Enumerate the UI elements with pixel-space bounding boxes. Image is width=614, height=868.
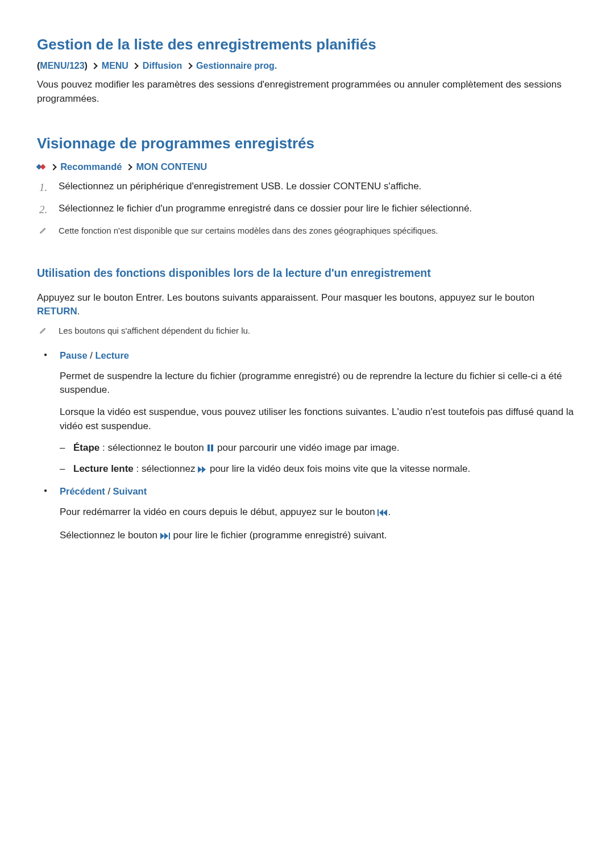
hdr-lecture: Lecture [95, 350, 129, 360]
breadcrumb-1: (MENU/123) MENU Diffusion Gestionnaire p… [37, 59, 577, 72]
txt-a: Pour redémarrer la vidéo en cours depuis… [60, 506, 377, 517]
txt-b: pour lire le fichier (programme enregist… [171, 530, 387, 541]
step-number: 1. [37, 180, 59, 196]
crumb-diffusion: Diffusion [143, 61, 182, 70]
svg-rect-4 [377, 509, 379, 516]
txt-a: Sélectionnez le bouton [60, 530, 160, 541]
chevron-right-icon [92, 63, 98, 69]
note-text: Les boutons qui s'affichent dépendent du… [59, 325, 577, 339]
note-row-2: Les boutons qui s'affichent dépendent du… [37, 325, 577, 339]
bullet-header: Pause / Lecture [60, 349, 577, 363]
crumb-gestionnaire: Gestionnaire prog. [196, 61, 277, 70]
skip-forward-icon [160, 530, 171, 544]
dash-label: Lecture lente [73, 463, 134, 474]
step-2: 2. Sélectionnez le fichier d'un programm… [37, 202, 577, 218]
section-3-intro: Appuyez sur le bouton Entrer. Les bouton… [37, 291, 577, 319]
bullet-text: Sélectionnez le bouton pour lire le fich… [60, 529, 577, 544]
hdr-suivant: Suivant [113, 486, 147, 496]
svg-marker-3 [202, 466, 206, 473]
svg-marker-2 [198, 466, 202, 473]
pencil-icon [37, 225, 59, 239]
section-2-title: Visionnage de programmes enregistrés [37, 133, 577, 155]
chevron-right-icon [132, 63, 139, 69]
skip-back-icon [377, 506, 388, 521]
txt-b: . [388, 506, 391, 517]
breadcrumb-2: Recommandé MON CONTENU [37, 160, 577, 174]
bullet-text: Lorsque la vidéo est suspendue, vous pou… [60, 405, 577, 433]
intro-text-b: . [77, 306, 80, 317]
step-text: Sélectionnez le fichier d'un programme e… [59, 202, 577, 218]
svg-rect-9 [169, 533, 170, 539]
crumb-recommande: Recommandé [60, 161, 122, 172]
dash-label: Étape [73, 442, 99, 453]
dash-item-lecture-lente: Lecture lente : sélectionnez pour lire l… [60, 462, 577, 477]
step-text: Sélectionnez un périphérique d'enregistr… [59, 180, 577, 196]
svg-rect-0 [208, 445, 210, 451]
numbered-steps: 1. Sélectionnez un périphérique d'enregi… [37, 180, 577, 218]
crumb-menu: MENU [102, 61, 128, 70]
chevron-right-icon [50, 164, 56, 170]
dash-list: Étape : sélectionnez le bouton pour parc… [60, 441, 577, 477]
svg-marker-5 [379, 509, 383, 516]
dash-text-b: pour lire la vidéo deux fois moins vite … [207, 463, 470, 474]
chevron-right-icon [186, 63, 192, 69]
dash-item-etape: Étape : sélectionnez le bouton pour parc… [60, 441, 577, 456]
hdr-pause: Pause [60, 350, 88, 360]
bullet-pause-lecture: Pause / Lecture Permet de suspendre la l… [44, 349, 577, 477]
hdr-precedent: Précédent [60, 486, 105, 496]
section-1-title: Gestion de la liste des enregistrements … [37, 34, 577, 56]
step-1: 1. Sélectionnez un périphérique d'enregi… [37, 180, 577, 196]
section-1-body: Vous pouvez modifier les paramètres des … [37, 78, 577, 106]
fast-forward-icon [198, 463, 207, 477]
svg-marker-7 [160, 533, 164, 539]
slash: / [107, 486, 113, 496]
svg-marker-8 [164, 533, 168, 539]
section-3-title: Utilisation des fonctions disponibles lo… [37, 265, 577, 281]
crumb-mon-contenu: MON CONTENU [136, 161, 208, 172]
intro-text-a: Appuyez sur le bouton Entrer. Les bouton… [37, 292, 534, 303]
pencil-icon [37, 325, 59, 339]
bullet-precedent-suivant: Précédent / Suivant Pour redémarrer la v… [44, 485, 577, 543]
svg-rect-1 [211, 445, 213, 451]
dash-text-a: : sélectionnez [134, 463, 198, 474]
chevron-right-icon [126, 164, 132, 170]
pause-icon [206, 442, 214, 456]
note-row: Cette fonction n'est disponible que sur … [37, 225, 577, 239]
bullet-list: Pause / Lecture Permet de suspendre la l… [44, 349, 577, 544]
step-number: 2. [37, 202, 59, 218]
crumb-menu123: MENU/123 [40, 61, 84, 70]
bullet-text: Pour redémarrer la vidéo en cours depuis… [60, 505, 577, 521]
slash: / [90, 350, 95, 360]
note-text: Cette fonction n'est disponible que sur … [59, 225, 577, 239]
dash-text-a: : sélectionnez le bouton [99, 442, 206, 453]
bullet-text: Permet de suspendre la lecture du fichie… [60, 369, 577, 397]
keyword-return: RETURN [37, 306, 77, 317]
svg-marker-6 [383, 509, 387, 516]
smarthub-icon [37, 163, 45, 171]
bullet-header: Précédent / Suivant [60, 485, 577, 499]
dash-text-b: pour parcourir une vidéo image par image… [214, 442, 399, 453]
